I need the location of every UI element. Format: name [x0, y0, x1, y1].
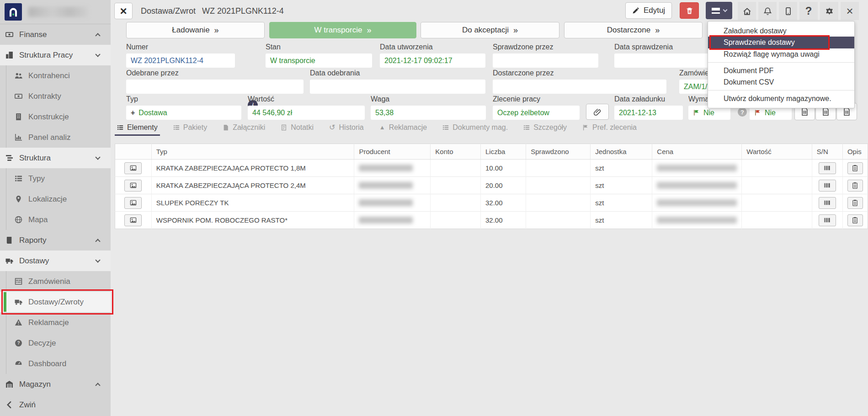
numer-input[interactable]: WZ 2021PLGNK112-4	[126, 53, 235, 68]
money-icon	[5, 31, 13, 38]
tab-reklamacje[interactable]: ▲Reklamacje	[377, 121, 429, 136]
sidebar-item-struktura-pracy[interactable]: Struktura Pracy	[0, 45, 111, 65]
sidebar-item-dashboard[interactable]: Dashboard	[0, 353, 111, 374]
sidebar-item-label: Konstrukcje	[28, 112, 69, 122]
field-help-icon[interactable]: ?	[738, 107, 747, 117]
dostarczone-przez-input[interactable]	[493, 80, 666, 94]
sidebar-item-struktura[interactable]: Struktura	[0, 148, 111, 168]
sprawdzone-przez-input[interactable]	[493, 53, 598, 68]
attachment-button[interactable]	[586, 104, 609, 120]
elements-table: Typ Producent Konto Liczba Sprawdzono Je…	[115, 144, 868, 229]
sidebar-item-mapa[interactable]: Mapa	[0, 209, 111, 230]
zlecenie-pracy-input[interactable]: Oczep żelbetow	[493, 106, 580, 120]
field-label: Numer	[126, 43, 235, 51]
sidebar-item-finanse[interactable]: Finanse	[0, 24, 111, 45]
data-utworzenia-input[interactable]: 2021-12-17 09:02:17	[380, 53, 485, 68]
sidebar-item-zamowienia[interactable]: Zamówienia	[0, 271, 111, 292]
redacted-price	[657, 199, 737, 206]
data-sprawdzenia-input[interactable]	[614, 53, 719, 68]
col-konto: Konto	[431, 144, 481, 160]
sidebar-item-label: Mapa	[28, 215, 48, 224]
sidebar-item-typy[interactable]: Typy	[0, 168, 111, 189]
serial-number-button[interactable]	[819, 162, 836, 174]
table-row[interactable]: KRATKA ZABEZPIECZAJĄCA PROTECTO 1,8M 10.…	[115, 160, 868, 177]
actions-dropdown-menu: Załadunek dostawy Sprawdzenie dostawy Ro…	[708, 21, 855, 108]
wartosc-input[interactable]: 44 546,90 zł	[248, 106, 365, 120]
image-button[interactable]	[124, 162, 142, 174]
sidebar-item-kontrakty[interactable]: Kontrakty	[0, 86, 111, 107]
sidebar-item-decyzje[interactable]: Decyzje	[0, 333, 111, 353]
sidebar-item-reklamacje[interactable]: Reklamacje	[0, 312, 111, 333]
sidebar-item-dostawy[interactable]: Dostawy	[0, 251, 111, 271]
tab-historia[interactable]: ↺Historia	[327, 121, 366, 136]
sidebar-item-lokalizacje[interactable]: Lokalizacje	[0, 189, 111, 209]
sidebar-item-raporty[interactable]: Raporty	[0, 230, 111, 251]
description-button[interactable]	[847, 197, 863, 209]
table-row[interactable]: SLUPEK PORECZY TK 32.00 szt	[115, 194, 868, 212]
menu-item-dokument-pdf[interactable]: Dokument PDF	[708, 65, 854, 76]
tab-pakiety[interactable]: Pakiety	[171, 121, 209, 136]
image-button[interactable]	[124, 214, 142, 226]
globe-icon	[15, 216, 22, 224]
menu-item-zaladunek-dostawy[interactable]: Załadunek dostawy	[708, 25, 854, 37]
workflow-step-do-akceptacji[interactable]: Do akceptacji»	[421, 22, 559, 38]
cell-liczba: 20.00	[481, 177, 526, 194]
sidebar-item-kontrahenci[interactable]: Kontrahenci	[0, 65, 111, 86]
home-button[interactable]	[738, 2, 756, 20]
odebrane-przez-input[interactable]	[126, 80, 304, 94]
tab-elementy[interactable]: Elementy	[115, 121, 160, 136]
cell-sprawdzono	[526, 194, 591, 212]
serial-number-button[interactable]	[819, 180, 836, 192]
cell-konto	[431, 177, 481, 194]
sidebar-item-magazyn[interactable]: Magazyn	[0, 374, 111, 395]
settings-button[interactable]	[820, 2, 838, 20]
menu-item-rozwiaz-flage[interactable]: Rozwiąż flagę wymaga uwagi	[708, 48, 854, 60]
field-label: Sprawdzone przez	[493, 43, 598, 51]
menu-item-utworz-dokumenty[interactable]: Utwórz dokumenty magazynowe.	[708, 93, 854, 104]
window-close-button[interactable]: ×	[841, 2, 859, 20]
workflow-step-ladowanie[interactable]: Ładowanie»	[126, 22, 265, 38]
list-icon	[117, 124, 123, 131]
menu-divider	[708, 62, 854, 63]
sidebar-item-zwin[interactable]: Zwiń	[0, 395, 111, 415]
sidebar-item-panel-analiz[interactable]: Panel analiz	[0, 127, 111, 148]
stan-input[interactable]: W transporcie	[266, 53, 372, 68]
waga-input[interactable]: 53,38	[371, 106, 486, 120]
description-button[interactable]	[847, 214, 863, 226]
home-icon	[743, 7, 751, 16]
workflow-step-w-transporcie[interactable]: W transporcie»	[269, 22, 416, 38]
cell-liczba: 10.00	[481, 160, 526, 177]
description-button[interactable]	[847, 180, 863, 192]
mobile-button[interactable]	[779, 2, 797, 20]
redacted-producent	[359, 199, 413, 206]
edit-button[interactable]: Edytuj	[625, 2, 672, 19]
close-record-button[interactable]: ×	[114, 3, 133, 19]
typ-input[interactable]: +Dostawa	[126, 106, 241, 120]
description-button[interactable]	[847, 162, 863, 174]
menu-item-sprawdzenie-dostawy[interactable]: Sprawdzenie dostawy	[708, 37, 854, 48]
table-row[interactable]: WSPORNIK POM. ROBOCZEGO RASTO* 32.00 szt	[115, 212, 868, 229]
sidebar-item-dostawy-zwroty[interactable]: Dostawy/Zwroty	[0, 292, 111, 312]
sidebar-item-label: Kontrakty	[28, 92, 61, 101]
tab-zalaczniki[interactable]: Załączniki	[220, 121, 267, 136]
actions-menu-button[interactable]	[706, 2, 732, 19]
tab-szczegoly[interactable]: Szczegóły	[521, 121, 569, 136]
sidebar-item-konstrukcje[interactable]: Konstrukcje	[0, 107, 111, 127]
workflow-step-dostarczone[interactable]: Dostarczone»	[564, 22, 703, 38]
serial-number-button[interactable]	[819, 214, 836, 226]
app-logo[interactable]	[5, 3, 22, 21]
sidebar-item-label: Struktura Pracy	[19, 51, 73, 60]
delete-button[interactable]	[680, 2, 699, 19]
image-button[interactable]	[124, 180, 142, 192]
notifications-button[interactable]	[758, 2, 777, 20]
table-row[interactable]: KRATKA ZABEZPIECZAJĄCA PROTECTO 2,4M 20.…	[115, 177, 868, 194]
data-odebrania-input[interactable]	[310, 80, 485, 94]
tab-dokumenty-mag[interactable]: Dokumenty mag.	[440, 121, 510, 136]
tab-notatki[interactable]: Notatki	[278, 121, 316, 136]
data-zaladunku-input[interactable]: 2021-12-13	[614, 106, 683, 120]
tab-pref-zlecenia[interactable]: Pref. zlecenia	[580, 121, 639, 136]
image-button[interactable]	[124, 197, 142, 209]
menu-item-dokument-csv[interactable]: Dokument CSV	[708, 76, 854, 88]
serial-number-button[interactable]	[819, 197, 836, 209]
help-button[interactable]: ?	[799, 2, 818, 20]
